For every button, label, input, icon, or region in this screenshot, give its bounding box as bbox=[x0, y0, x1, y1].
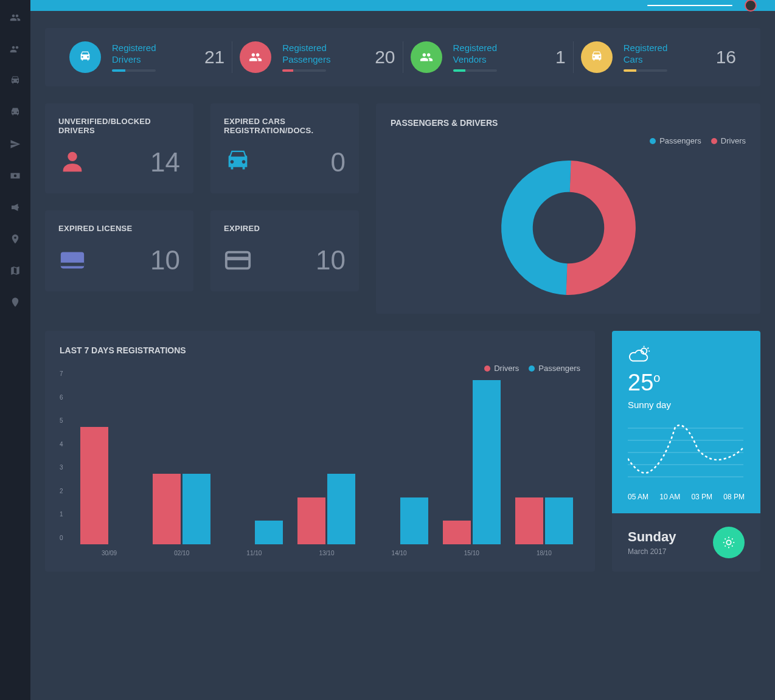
stat-value: 21 bbox=[204, 47, 224, 68]
y-tick: 6 bbox=[60, 393, 63, 400]
donut-chart bbox=[497, 156, 640, 299]
stat-0[interactable]: RegisteredDrivers 21 bbox=[62, 41, 232, 73]
y-tick: 4 bbox=[60, 440, 63, 447]
x-tick: 30/09 bbox=[102, 550, 117, 556]
card-expired-cars[interactable]: EXPIRED CARS REGISTRATION/DOCS. 0 bbox=[210, 103, 359, 193]
weather-date: March 2017 bbox=[628, 547, 676, 556]
x-tick: 11/10 bbox=[246, 550, 262, 556]
bar-card: LAST 7 DAYS REGISTRATIONS DriversPasseng… bbox=[45, 331, 595, 572]
avatar[interactable] bbox=[745, 0, 757, 12]
card-icon bbox=[58, 246, 86, 274]
search-input[interactable] bbox=[647, 5, 732, 6]
nav-group-icon[interactable] bbox=[10, 44, 21, 55]
weather-day: Sunday bbox=[628, 529, 676, 545]
stat-value: 16 bbox=[716, 47, 736, 68]
card-title: EXPIRED CARS REGISTRATION/DOCS. bbox=[224, 117, 346, 135]
bar bbox=[515, 497, 543, 544]
bar-group: 30/09 bbox=[73, 380, 145, 544]
legend-item: Passengers bbox=[529, 364, 580, 373]
y-tick: 1 bbox=[60, 511, 63, 518]
user-icon bbox=[58, 148, 86, 176]
sun-button[interactable] bbox=[713, 527, 745, 558]
weather-cloud-sun-icon bbox=[628, 345, 745, 366]
svg-line-19 bbox=[725, 539, 726, 539]
bar bbox=[400, 497, 428, 544]
stat-label: RegisteredDrivers bbox=[112, 43, 156, 66]
sidebar bbox=[0, 0, 30, 700]
svg-point-0 bbox=[68, 152, 77, 161]
card-value: 0 bbox=[331, 147, 346, 178]
bar-group: 15/10 bbox=[436, 380, 508, 544]
nav-pin-icon[interactable] bbox=[10, 234, 21, 244]
weather-time: 05 AM bbox=[628, 493, 648, 501]
nav-car-icon[interactable] bbox=[10, 75, 21, 86]
card-expired[interactable]: EXPIRED 10 bbox=[210, 210, 359, 291]
stat-2[interactable]: RegisteredVendors 1 bbox=[403, 41, 573, 73]
stat-icon bbox=[411, 41, 442, 73]
y-tick: 7 bbox=[60, 370, 63, 377]
nav-money-icon[interactable] bbox=[10, 170, 21, 181]
bar-group: 18/10 bbox=[508, 380, 580, 544]
stat-icon bbox=[69, 41, 101, 73]
stat-1[interactable]: RegisteredPassengers 20 bbox=[232, 41, 402, 73]
svg-line-9 bbox=[647, 348, 648, 349]
card-title: EXPIRED bbox=[224, 224, 346, 233]
card-value: 10 bbox=[316, 245, 346, 275]
x-tick: 02/10 bbox=[174, 550, 189, 556]
weather-desc: Sunny day bbox=[628, 400, 745, 410]
stat-3[interactable]: RegisteredCars 16 bbox=[573, 41, 743, 73]
card-unverified-drivers[interactable]: UNVERIFIED/BLOCKED DRIVERS 14 bbox=[45, 103, 193, 193]
nav-map-icon[interactable] bbox=[10, 265, 21, 276]
weather-time: 10 AM bbox=[659, 493, 680, 501]
nav-send-icon[interactable] bbox=[10, 139, 21, 150]
topbar bbox=[30, 0, 775, 11]
weather-widget: 25o Sunny day 05 A bbox=[612, 331, 760, 572]
y-tick: 5 bbox=[60, 417, 63, 424]
stats-bar: RegisteredDrivers 21 RegisteredPassenger… bbox=[45, 28, 760, 86]
card-value: 10 bbox=[150, 245, 180, 275]
stat-value: 20 bbox=[375, 47, 395, 68]
weather-sparkline bbox=[628, 422, 745, 483]
stat-label: RegisteredVendors bbox=[453, 43, 498, 66]
bar-group: 14/10 bbox=[363, 380, 436, 544]
bar bbox=[443, 521, 471, 544]
legend-item: Drivers bbox=[711, 136, 746, 145]
card-title: UNVERIFIED/BLOCKED DRIVERS bbox=[58, 117, 180, 135]
bar bbox=[327, 474, 355, 544]
x-tick: 14/10 bbox=[392, 550, 407, 556]
bar bbox=[153, 474, 181, 544]
svg-rect-2 bbox=[61, 263, 84, 266]
bar bbox=[182, 474, 210, 544]
bar bbox=[545, 497, 573, 544]
stat-label: RegisteredPassengers bbox=[282, 43, 330, 66]
card-value: 14 bbox=[150, 147, 180, 178]
legend-item: Drivers bbox=[484, 364, 519, 373]
sun-icon bbox=[722, 536, 735, 549]
svg-line-20 bbox=[732, 546, 732, 546]
y-tick: 3 bbox=[60, 464, 63, 471]
bar-group: 11/10 bbox=[218, 380, 290, 544]
legend-item: Passengers bbox=[650, 136, 701, 145]
svg-point-16 bbox=[726, 540, 731, 544]
creditcard-icon bbox=[224, 246, 252, 274]
bar-title: LAST 7 DAYS REGISTRATIONS bbox=[60, 345, 580, 355]
car-icon bbox=[224, 148, 252, 176]
bar bbox=[80, 427, 108, 544]
card-expired-license[interactable]: EXPIRED LICENSE 10 bbox=[45, 210, 193, 291]
bar bbox=[255, 521, 283, 544]
weather-time: 08 PM bbox=[723, 493, 745, 501]
nav-taxi-icon[interactable] bbox=[10, 107, 21, 118]
y-tick: 2 bbox=[60, 487, 63, 494]
x-tick: 18/10 bbox=[537, 550, 552, 556]
y-tick: 0 bbox=[60, 535, 63, 541]
nav-location-icon[interactable] bbox=[10, 297, 21, 308]
stat-label: RegisteredCars bbox=[624, 43, 668, 66]
nav-announce-icon[interactable] bbox=[10, 202, 21, 213]
stat-icon bbox=[240, 41, 271, 73]
weather-time: 03 PM bbox=[691, 493, 712, 501]
weather-temp: 25o bbox=[628, 370, 745, 396]
svg-line-24 bbox=[732, 539, 732, 539]
x-tick: 13/10 bbox=[319, 550, 334, 556]
card-title: EXPIRED LICENSE bbox=[58, 224, 180, 233]
nav-users-icon[interactable] bbox=[10, 12, 21, 23]
